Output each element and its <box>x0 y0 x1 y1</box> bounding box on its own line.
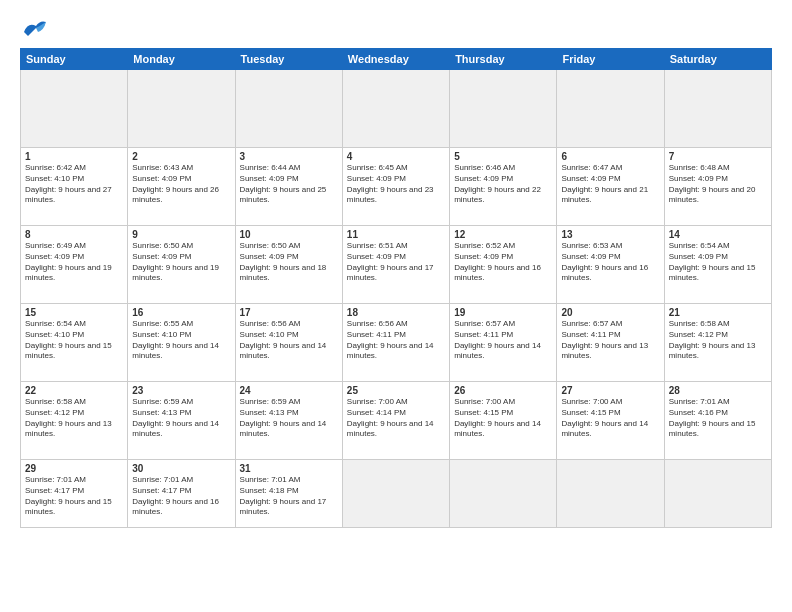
day-number: 27 <box>561 385 659 396</box>
calendar-cell: 6Sunrise: 6:47 AMSunset: 4:09 PMDaylight… <box>557 148 664 226</box>
day-number: 17 <box>240 307 338 318</box>
day-info: Sunrise: 6:56 AMSunset: 4:11 PMDaylight:… <box>347 319 445 362</box>
calendar-cell: 7Sunrise: 6:48 AMSunset: 4:09 PMDaylight… <box>664 148 771 226</box>
calendar-cell <box>21 70 128 148</box>
calendar-cell: 15Sunrise: 6:54 AMSunset: 4:10 PMDayligh… <box>21 304 128 382</box>
calendar-cell <box>128 70 235 148</box>
day-info: Sunrise: 6:58 AMSunset: 4:12 PMDaylight:… <box>669 319 767 362</box>
calendar-cell: 3Sunrise: 6:44 AMSunset: 4:09 PMDaylight… <box>235 148 342 226</box>
calendar-cell <box>664 460 771 528</box>
day-number: 29 <box>25 463 123 474</box>
calendar-cell: 23Sunrise: 6:59 AMSunset: 4:13 PMDayligh… <box>128 382 235 460</box>
calendar-week-row: 1Sunrise: 6:42 AMSunset: 4:10 PMDaylight… <box>21 148 772 226</box>
day-number: 3 <box>240 151 338 162</box>
day-info: Sunrise: 6:52 AMSunset: 4:09 PMDaylight:… <box>454 241 552 284</box>
day-number: 31 <box>240 463 338 474</box>
day-info: Sunrise: 7:00 AMSunset: 4:15 PMDaylight:… <box>454 397 552 440</box>
calendar-cell: 21Sunrise: 6:58 AMSunset: 4:12 PMDayligh… <box>664 304 771 382</box>
day-number: 5 <box>454 151 552 162</box>
calendar-cell: 12Sunrise: 6:52 AMSunset: 4:09 PMDayligh… <box>450 226 557 304</box>
logo <box>20 18 52 40</box>
day-info: Sunrise: 7:00 AMSunset: 4:14 PMDaylight:… <box>347 397 445 440</box>
weekday-header-wednesday: Wednesday <box>342 49 449 70</box>
day-number: 9 <box>132 229 230 240</box>
calendar-cell: 10Sunrise: 6:50 AMSunset: 4:09 PMDayligh… <box>235 226 342 304</box>
day-number: 22 <box>25 385 123 396</box>
calendar-cell: 24Sunrise: 6:59 AMSunset: 4:13 PMDayligh… <box>235 382 342 460</box>
day-number: 11 <box>347 229 445 240</box>
calendar-cell <box>557 70 664 148</box>
weekday-header-tuesday: Tuesday <box>235 49 342 70</box>
calendar: SundayMondayTuesdayWednesdayThursdayFrid… <box>20 48 772 528</box>
weekday-header-monday: Monday <box>128 49 235 70</box>
day-number: 23 <box>132 385 230 396</box>
calendar-cell: 17Sunrise: 6:56 AMSunset: 4:10 PMDayligh… <box>235 304 342 382</box>
day-number: 6 <box>561 151 659 162</box>
page: SundayMondayTuesdayWednesdayThursdayFrid… <box>0 0 792 612</box>
calendar-week-row: 29Sunrise: 7:01 AMSunset: 4:17 PMDayligh… <box>21 460 772 528</box>
day-info: Sunrise: 6:44 AMSunset: 4:09 PMDaylight:… <box>240 163 338 206</box>
calendar-cell <box>664 70 771 148</box>
weekday-header-friday: Friday <box>557 49 664 70</box>
calendar-cell: 29Sunrise: 7:01 AMSunset: 4:17 PMDayligh… <box>21 460 128 528</box>
day-number: 30 <box>132 463 230 474</box>
day-number: 13 <box>561 229 659 240</box>
day-number: 1 <box>25 151 123 162</box>
calendar-cell: 4Sunrise: 6:45 AMSunset: 4:09 PMDaylight… <box>342 148 449 226</box>
calendar-cell: 31Sunrise: 7:01 AMSunset: 4:18 PMDayligh… <box>235 460 342 528</box>
day-number: 26 <box>454 385 552 396</box>
day-info: Sunrise: 6:59 AMSunset: 4:13 PMDaylight:… <box>132 397 230 440</box>
day-info: Sunrise: 6:57 AMSunset: 4:11 PMDaylight:… <box>561 319 659 362</box>
calendar-cell: 5Sunrise: 6:46 AMSunset: 4:09 PMDaylight… <box>450 148 557 226</box>
day-info: Sunrise: 6:58 AMSunset: 4:12 PMDaylight:… <box>25 397 123 440</box>
calendar-cell: 30Sunrise: 7:01 AMSunset: 4:17 PMDayligh… <box>128 460 235 528</box>
day-info: Sunrise: 6:55 AMSunset: 4:10 PMDaylight:… <box>132 319 230 362</box>
day-number: 4 <box>347 151 445 162</box>
day-info: Sunrise: 6:49 AMSunset: 4:09 PMDaylight:… <box>25 241 123 284</box>
calendar-cell: 11Sunrise: 6:51 AMSunset: 4:09 PMDayligh… <box>342 226 449 304</box>
day-info: Sunrise: 6:53 AMSunset: 4:09 PMDaylight:… <box>561 241 659 284</box>
calendar-cell: 13Sunrise: 6:53 AMSunset: 4:09 PMDayligh… <box>557 226 664 304</box>
day-number: 25 <box>347 385 445 396</box>
day-number: 16 <box>132 307 230 318</box>
calendar-cell: 8Sunrise: 6:49 AMSunset: 4:09 PMDaylight… <box>21 226 128 304</box>
day-info: Sunrise: 6:42 AMSunset: 4:10 PMDaylight:… <box>25 163 123 206</box>
day-info: Sunrise: 7:01 AMSunset: 4:17 PMDaylight:… <box>132 475 230 518</box>
day-number: 2 <box>132 151 230 162</box>
weekday-header-thursday: Thursday <box>450 49 557 70</box>
day-info: Sunrise: 6:46 AMSunset: 4:09 PMDaylight:… <box>454 163 552 206</box>
day-info: Sunrise: 6:45 AMSunset: 4:09 PMDaylight:… <box>347 163 445 206</box>
day-info: Sunrise: 6:43 AMSunset: 4:09 PMDaylight:… <box>132 163 230 206</box>
day-info: Sunrise: 7:01 AMSunset: 4:17 PMDaylight:… <box>25 475 123 518</box>
calendar-cell <box>342 70 449 148</box>
calendar-cell <box>342 460 449 528</box>
calendar-cell: 28Sunrise: 7:01 AMSunset: 4:16 PMDayligh… <box>664 382 771 460</box>
day-number: 24 <box>240 385 338 396</box>
day-number: 7 <box>669 151 767 162</box>
calendar-week-row: 8Sunrise: 6:49 AMSunset: 4:09 PMDaylight… <box>21 226 772 304</box>
calendar-cell: 20Sunrise: 6:57 AMSunset: 4:11 PMDayligh… <box>557 304 664 382</box>
calendar-cell: 2Sunrise: 6:43 AMSunset: 4:09 PMDaylight… <box>128 148 235 226</box>
header <box>20 18 772 40</box>
day-info: Sunrise: 6:56 AMSunset: 4:10 PMDaylight:… <box>240 319 338 362</box>
calendar-cell: 22Sunrise: 6:58 AMSunset: 4:12 PMDayligh… <box>21 382 128 460</box>
calendar-cell: 9Sunrise: 6:50 AMSunset: 4:09 PMDaylight… <box>128 226 235 304</box>
day-number: 12 <box>454 229 552 240</box>
day-info: Sunrise: 6:48 AMSunset: 4:09 PMDaylight:… <box>669 163 767 206</box>
day-info: Sunrise: 6:57 AMSunset: 4:11 PMDaylight:… <box>454 319 552 362</box>
day-info: Sunrise: 6:50 AMSunset: 4:09 PMDaylight:… <box>240 241 338 284</box>
calendar-cell: 1Sunrise: 6:42 AMSunset: 4:10 PMDaylight… <box>21 148 128 226</box>
day-number: 18 <box>347 307 445 318</box>
calendar-week-row: 15Sunrise: 6:54 AMSunset: 4:10 PMDayligh… <box>21 304 772 382</box>
calendar-cell: 27Sunrise: 7:00 AMSunset: 4:15 PMDayligh… <box>557 382 664 460</box>
day-info: Sunrise: 7:01 AMSunset: 4:16 PMDaylight:… <box>669 397 767 440</box>
day-number: 20 <box>561 307 659 318</box>
day-number: 21 <box>669 307 767 318</box>
calendar-cell: 18Sunrise: 6:56 AMSunset: 4:11 PMDayligh… <box>342 304 449 382</box>
calendar-cell <box>450 460 557 528</box>
day-info: Sunrise: 7:00 AMSunset: 4:15 PMDaylight:… <box>561 397 659 440</box>
calendar-cell <box>450 70 557 148</box>
calendar-header-row: SundayMondayTuesdayWednesdayThursdayFrid… <box>21 49 772 70</box>
day-info: Sunrise: 6:50 AMSunset: 4:09 PMDaylight:… <box>132 241 230 284</box>
day-info: Sunrise: 7:01 AMSunset: 4:18 PMDaylight:… <box>240 475 338 518</box>
